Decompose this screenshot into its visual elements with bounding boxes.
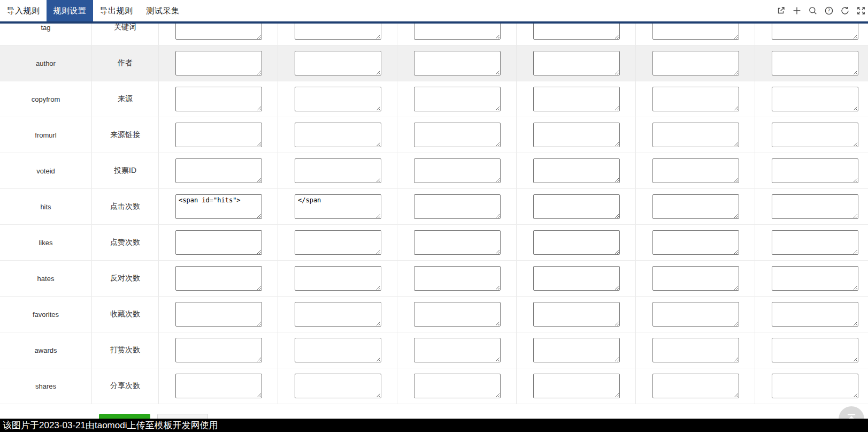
rule-input[interactable] bbox=[295, 24, 381, 40]
rule-input[interactable] bbox=[175, 24, 262, 40]
field-label-zh: 来源 bbox=[92, 81, 159, 117]
tab-import-rules[interactable]: 导入规则 bbox=[0, 0, 47, 21]
rule-input[interactable] bbox=[295, 374, 381, 398]
field-label-zh: 点击次数 bbox=[92, 189, 159, 224]
rule-input[interactable] bbox=[295, 266, 381, 291]
rule-input[interactable] bbox=[652, 158, 739, 183]
rule-input[interactable] bbox=[533, 302, 620, 327]
rule-input[interactable] bbox=[175, 158, 262, 183]
rule-input[interactable] bbox=[295, 51, 381, 75]
rule-input[interactable] bbox=[175, 87, 262, 111]
rule-input[interactable] bbox=[175, 123, 262, 147]
rule-input[interactable] bbox=[772, 158, 858, 183]
rule-input[interactable] bbox=[414, 158, 501, 183]
rule-input[interactable] bbox=[414, 302, 501, 327]
table-row-favorites: favorites 收藏次数 bbox=[0, 297, 868, 332]
tab-rule-settings[interactable]: 规则设置 bbox=[47, 0, 93, 21]
field-label-zh: 关键词 bbox=[92, 24, 159, 45]
table-row-fromurl: fromurl 来源链接 bbox=[0, 117, 868, 153]
rule-input[interactable] bbox=[414, 230, 501, 255]
field-name: shares bbox=[0, 368, 92, 404]
rule-input[interactable] bbox=[414, 51, 501, 75]
field-name: voteid bbox=[0, 153, 92, 188]
add-icon[interactable] bbox=[792, 6, 802, 16]
rule-input[interactable] bbox=[772, 302, 858, 327]
rule-input[interactable] bbox=[295, 338, 381, 362]
rule-input[interactable] bbox=[772, 230, 858, 255]
rule-input[interactable] bbox=[175, 51, 262, 75]
rule-input[interactable] bbox=[652, 374, 739, 398]
rule-input[interactable] bbox=[295, 87, 381, 111]
table-row-hits: hits 点击次数 <span id="hits"> </span bbox=[0, 189, 868, 225]
rule-table: tag 关键词 author 作者 copyfrom 来源 fromurl 来源… bbox=[0, 24, 868, 432]
field-label-zh: 打赏次数 bbox=[92, 332, 159, 368]
rule-input[interactable] bbox=[652, 230, 739, 255]
rule-input[interactable]: </span bbox=[295, 194, 381, 219]
field-label-zh: 点赞次数 bbox=[92, 225, 159, 260]
rule-input[interactable] bbox=[175, 374, 262, 398]
watermark-caption: 该图片于2023-03-21由taomodi上传至模板开发网使用 bbox=[0, 419, 868, 432]
fullscreen-icon[interactable] bbox=[856, 6, 866, 16]
rule-input[interactable] bbox=[772, 24, 858, 40]
rule-input[interactable] bbox=[414, 87, 501, 111]
rule-input[interactable] bbox=[175, 230, 262, 255]
rule-input[interactable] bbox=[533, 230, 620, 255]
open-in-new-icon[interactable] bbox=[776, 6, 786, 16]
toolbar-icons: ? bbox=[776, 0, 868, 21]
rule-input[interactable] bbox=[652, 266, 739, 291]
field-name: author bbox=[0, 46, 92, 81]
nav-tabs: 导入规则 规则设置 导出规则 测试采集 bbox=[0, 0, 868, 21]
rule-input[interactable] bbox=[295, 302, 381, 327]
rule-input[interactable] bbox=[652, 51, 739, 75]
rule-input[interactable] bbox=[772, 338, 858, 362]
field-name: awards bbox=[0, 332, 92, 368]
rule-input[interactable] bbox=[652, 338, 739, 362]
rule-input[interactable] bbox=[652, 302, 739, 327]
help-icon[interactable]: ? bbox=[824, 6, 834, 16]
rule-input[interactable] bbox=[414, 266, 501, 291]
rule-input[interactable] bbox=[414, 123, 501, 147]
rule-input[interactable] bbox=[295, 158, 381, 183]
rule-input[interactable] bbox=[533, 24, 620, 40]
rule-input[interactable] bbox=[295, 123, 381, 147]
rule-input[interactable] bbox=[414, 374, 501, 398]
rule-input[interactable] bbox=[414, 24, 501, 40]
field-name: copyfrom bbox=[0, 81, 92, 117]
rule-input[interactable] bbox=[533, 123, 620, 147]
rule-input[interactable] bbox=[533, 158, 620, 183]
field-label-zh: 来源链接 bbox=[92, 117, 159, 153]
rule-input[interactable] bbox=[533, 266, 620, 291]
refresh-icon[interactable] bbox=[840, 6, 850, 16]
rule-input[interactable] bbox=[652, 194, 739, 219]
rule-input[interactable] bbox=[772, 123, 858, 147]
rule-input[interactable] bbox=[175, 266, 262, 291]
rule-input[interactable] bbox=[533, 374, 620, 398]
rule-input[interactable] bbox=[772, 194, 858, 219]
tab-export-rules[interactable]: 导出规则 bbox=[93, 0, 140, 21]
rule-input[interactable] bbox=[414, 338, 501, 362]
rule-input[interactable] bbox=[772, 374, 858, 398]
tab-test-collect[interactable]: 测试采集 bbox=[140, 0, 186, 21]
field-label-zh: 分享次数 bbox=[92, 368, 159, 404]
rule-input[interactable] bbox=[175, 302, 262, 327]
rule-input[interactable] bbox=[533, 51, 620, 75]
rule-input[interactable] bbox=[533, 194, 620, 219]
rule-input[interactable] bbox=[652, 123, 739, 147]
rule-input[interactable] bbox=[533, 338, 620, 362]
rule-settings-screen: 导入规则 规则设置 导出规则 测试采集 ? bbox=[0, 0, 868, 432]
rule-input[interactable] bbox=[533, 87, 620, 111]
field-name: hits bbox=[0, 189, 92, 224]
rule-input[interactable] bbox=[295, 230, 381, 255]
rule-input[interactable]: <span id="hits"> bbox=[175, 194, 262, 219]
table-row-author: author 作者 bbox=[0, 46, 868, 81]
rule-input[interactable] bbox=[175, 338, 262, 362]
rule-input[interactable] bbox=[772, 266, 858, 291]
rule-input[interactable] bbox=[652, 87, 739, 111]
rule-input[interactable] bbox=[414, 194, 501, 219]
rule-input[interactable] bbox=[772, 51, 858, 75]
rule-input[interactable] bbox=[652, 24, 739, 40]
field-label-zh: 收藏次数 bbox=[92, 297, 159, 332]
table-row-awards: awards 打赏次数 bbox=[0, 332, 868, 368]
rule-input[interactable] bbox=[772, 87, 858, 111]
search-icon[interactable] bbox=[808, 6, 818, 16]
